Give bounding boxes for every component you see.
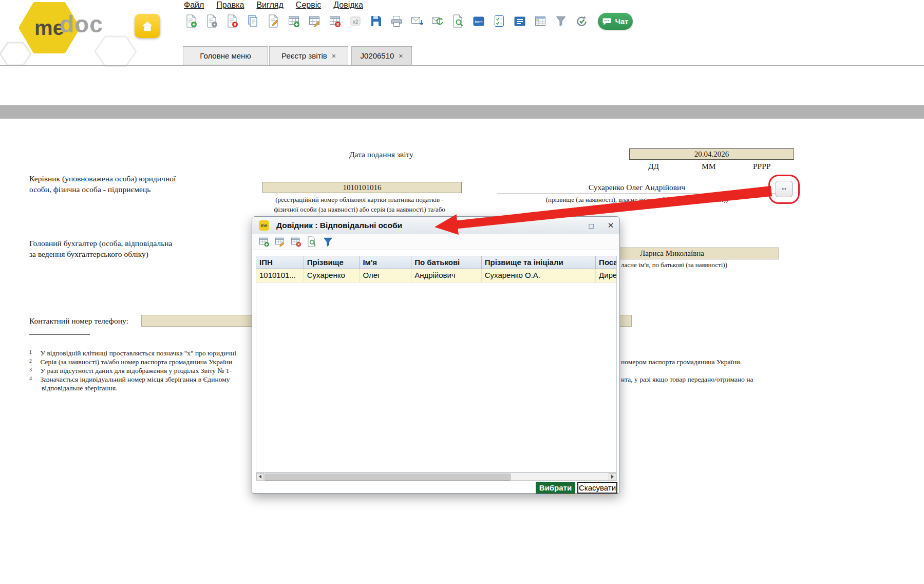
column-header-ipn[interactable]: ІПН [256, 256, 304, 269]
svg-text:x2: x2 [352, 19, 359, 25]
tab-close-icon[interactable]: × [399, 52, 403, 60]
dictionary-dialog: me Довідник : Відповідальні особи □ ✕ ІП… [252, 216, 620, 494]
date-dd-label: ДД [648, 161, 659, 172]
cancel-button[interactable]: Скасувати [577, 482, 617, 494]
tab-close-icon[interactable]: × [332, 52, 336, 60]
dialog-toolbar [252, 234, 619, 250]
cell-patronymic: Андрійович [411, 269, 482, 282]
date-yyyy-label: РРРР [753, 161, 770, 172]
medoc-window: me doc Файл Правка Вигляд Сервіс Довідка… [0, 0, 924, 584]
view-report-icon[interactable] [204, 13, 219, 29]
footnote-divider [29, 334, 90, 335]
medoc-badge-icon: me [259, 220, 269, 231]
director-name-caption: (прізвище (за наявності), власне ім'я, п… [497, 196, 777, 204]
horizontal-scrollbar[interactable] [256, 473, 617, 481]
ipn-caption-line1: (реєстраційний номер облікової картки пл… [257, 196, 462, 204]
ipn-caption-line2: фізичної особи (за наявності) або серія … [257, 205, 462, 214]
column-header-position[interactable]: Поса [596, 256, 616, 269]
row-edit-icon[interactable] [274, 236, 286, 248]
filter-icon[interactable] [554, 13, 568, 29]
table-header-row: ІПН Прізвище Ім'я По батькові Прізвище т… [256, 256, 616, 269]
table-row[interactable]: 1010101... Сухаренко Олег Андрійович Сух… [256, 269, 616, 282]
print-icon[interactable] [389, 13, 404, 29]
table-edit-icon[interactable] [307, 13, 322, 29]
menu-view[interactable]: Вигляд [256, 1, 283, 10]
tab-label: Реєстр звітів [281, 51, 327, 60]
cell-surname: Сухаренко [304, 269, 360, 282]
director-label-line2: особи, фізична особа - підприємець [29, 184, 150, 195]
accountant-label-line2: за ведення бухгалтерського обліку) [29, 249, 148, 259]
cell-ipn: 1010101... [256, 269, 304, 282]
menu-edit[interactable]: Правка [216, 1, 244, 10]
form-icon[interactable]: form [472, 13, 486, 29]
column-header-initials[interactable]: Прізвище та ініціали [482, 256, 596, 269]
checklist-icon[interactable] [492, 13, 506, 29]
footnote-number: 1 [29, 349, 32, 355]
scroll-left-arrow[interactable] [256, 473, 264, 480]
document-toolbar-band [0, 105, 924, 119]
accountant-label-line1: Головний бухгалтер (особа, відповідальна [29, 238, 172, 249]
menu-help[interactable]: Довідка [333, 1, 363, 10]
footnote-text: У разі відсутності даних для відображенн… [40, 367, 250, 375]
x2-icon[interactable]: x2 [348, 13, 363, 29]
delete-report-icon[interactable] [225, 13, 239, 29]
tab-main-menu[interactable]: Головне меню [183, 46, 268, 65]
edit-document-icon[interactable] [266, 13, 280, 29]
date-mm-label: ММ [702, 161, 716, 172]
home-button[interactable] [135, 14, 160, 38]
table-add-icon[interactable] [287, 13, 301, 29]
new-report-icon[interactable] [184, 13, 198, 29]
close-button[interactable]: ✕ [606, 220, 616, 231]
row-add-icon[interactable] [258, 236, 270, 248]
copy-document-icon[interactable] [246, 13, 260, 29]
row-delete-icon[interactable] [290, 236, 301, 248]
column-header-patronymic[interactable]: По батькові [411, 256, 482, 269]
footnote-text: Зазначається індивідуальний номер місця … [40, 375, 250, 384]
tab-j0206510[interactable]: J0206510 × [351, 46, 412, 65]
date-field[interactable]: 20.04.2026 [629, 148, 794, 160]
list-icon[interactable] [513, 13, 527, 29]
tab-label: Головне меню [200, 51, 251, 60]
main-toolbar: x2 form [184, 13, 589, 29]
footnote-right-fragment-bottom: нта, у разі якщо товар передано/отримано… [621, 375, 909, 384]
column-header-surname[interactable]: Прізвище [304, 256, 360, 269]
accountant-caption-fragment: ласне ім'я, по батькові (за наявності)) [621, 261, 727, 269]
mail-receive-icon[interactable] [410, 13, 424, 29]
date-label: Дата подання звіту [349, 149, 413, 160]
filter-icon[interactable] [322, 236, 333, 248]
director-ipn-field[interactable]: 1010101016 [262, 182, 462, 193]
sync-check-icon[interactable] [574, 13, 589, 29]
mail-exchange-icon[interactable] [430, 13, 445, 29]
cell-position: Дире [596, 269, 616, 282]
spreadsheet-icon[interactable] [533, 13, 548, 29]
dialog-titlebar[interactable]: me Довідник : Відповідальні особи □ ✕ [252, 217, 619, 234]
search-icon[interactable] [306, 236, 317, 248]
column-header-name[interactable]: Ім'я [360, 256, 411, 269]
director-name-underline [497, 194, 777, 194]
cell-name: Олег [360, 269, 411, 282]
toolbar-separator [593, 14, 593, 29]
scroll-right-arrow[interactable] [609, 473, 616, 480]
menu-service[interactable]: Сервіс [296, 1, 321, 10]
footnote-number: 4 [29, 375, 32, 381]
director-name-field[interactable]: Сухаренко Олег Андрійович [497, 183, 777, 192]
chat-button[interactable]: Чат [598, 13, 633, 30]
chat-label: Чат [615, 17, 628, 26]
phone-label: Контактний номер телефону: [29, 315, 128, 326]
footnote-text: Серія (за наявності) та/або номер паспор… [40, 358, 250, 366]
scrollbar-thumb[interactable] [265, 474, 511, 481]
chat-bubble-icon [602, 17, 612, 26]
table-delete-icon[interactable] [328, 13, 342, 29]
select-button[interactable]: Вибрати [536, 482, 575, 494]
cell-initials: Сухаренко О.А. [482, 269, 596, 282]
tab-report-registry[interactable]: Реєстр звітів × [269, 46, 348, 65]
footnote-4-line2: відповідальне зберігання. [42, 384, 251, 392]
footnote-right-fragment-top: номером паспорта громадянина України. [621, 358, 909, 366]
save-icon[interactable] [369, 13, 383, 29]
dialog-title: Довідник : Відповідальні особи [276, 221, 402, 230]
maximize-button[interactable]: □ [586, 220, 596, 231]
persons-table: ІПН Прізвище Ім'я По батькові Прізвище т… [256, 256, 617, 473]
menu-file[interactable]: Файл [184, 1, 204, 10]
menu-bar: Файл Правка Вигляд Сервіс Довідка [184, 1, 363, 10]
search-report-icon[interactable] [451, 13, 465, 29]
